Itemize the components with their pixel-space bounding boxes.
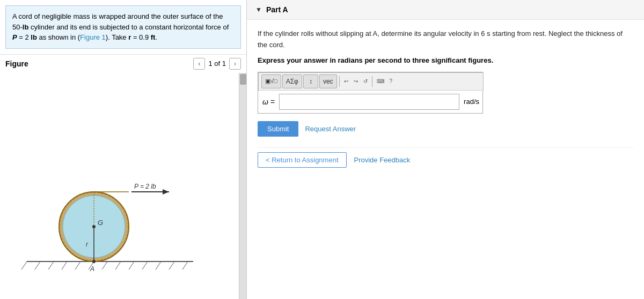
right-panel: ▼ Part A If the cylinder rolls without s… bbox=[247, 0, 644, 299]
figure-svg: G r P = 2 lb A bbox=[11, 176, 204, 283]
request-answer-link[interactable]: Request Answer bbox=[305, 125, 356, 133]
math-input-row: ω = rad/s bbox=[258, 90, 484, 113]
svg-line-9 bbox=[129, 261, 134, 270]
svg-text:A: A bbox=[90, 265, 94, 273]
problem-text-7: . bbox=[155, 33, 157, 41]
svg-line-2 bbox=[35, 261, 40, 270]
figure-scroll-thumb[interactable] bbox=[240, 74, 246, 85]
bottom-nav: < Return to Assignment Provide Feedback bbox=[258, 147, 633, 168]
svg-line-4 bbox=[62, 261, 67, 270]
svg-line-5 bbox=[75, 261, 80, 270]
return-to-assignment-button[interactable]: < Return to Assignment bbox=[258, 152, 347, 168]
toolbar-separator-2 bbox=[372, 76, 372, 87]
figure-nav: ‹ 1 of 1 › bbox=[193, 58, 241, 70]
svg-marker-22 bbox=[163, 189, 169, 195]
redo-icon[interactable]: ↪ bbox=[352, 77, 360, 85]
vec-label: vec bbox=[323, 78, 333, 85]
refresh-icon[interactable]: ↺ bbox=[361, 77, 370, 85]
resize-button[interactable]: ↕ bbox=[303, 74, 318, 88]
resize-icon: ↕ bbox=[309, 78, 312, 85]
problem-text-3: = 2 bbox=[17, 33, 31, 41]
svg-line-11 bbox=[156, 261, 161, 270]
figure-with-scroll: G r P = 2 lb A bbox=[0, 73, 246, 300]
provide-feedback-link[interactable]: Provide Feedback bbox=[354, 156, 411, 164]
svg-line-8 bbox=[115, 261, 121, 270]
math-toolbar: ▣√□ ΑΣφ ↕ vec ↩ ↪ ↺ ⌨ ? bbox=[258, 72, 484, 90]
submit-button[interactable]: Submit bbox=[258, 121, 298, 137]
part-triangle-icon: ▼ bbox=[255, 6, 262, 13]
omega-label: ω = bbox=[262, 98, 275, 106]
svg-line-10 bbox=[142, 261, 148, 270]
figure-next-button[interactable]: › bbox=[229, 58, 241, 70]
figure-area: Figure ‹ 1 of 1 › bbox=[0, 54, 246, 300]
svg-line-1 bbox=[21, 261, 27, 270]
problem-text-2: cylinder and its end is subjected to a c… bbox=[28, 23, 229, 31]
toolbar-separator bbox=[339, 76, 340, 87]
problem-bold-2: P bbox=[12, 33, 17, 41]
svg-line-12 bbox=[169, 261, 174, 270]
problem-text-6: = 0.9 bbox=[131, 33, 151, 41]
svg-line-7 bbox=[102, 261, 107, 270]
svg-line-3 bbox=[48, 261, 54, 270]
alpha-sigma-icon: ΑΣφ bbox=[286, 78, 298, 85]
figure-canvas: G r P = 2 lb A bbox=[0, 73, 239, 300]
part-header: ▼ Part A bbox=[247, 0, 644, 20]
figure-prev-button[interactable]: ‹ bbox=[193, 58, 205, 70]
figure-label: Figure bbox=[5, 59, 28, 68]
svg-text:G: G bbox=[98, 219, 103, 227]
problem-text-4: as shown in ( bbox=[37, 33, 80, 41]
fraction-sqrt-button[interactable]: ▣√□ bbox=[261, 74, 281, 88]
svg-point-26 bbox=[92, 260, 96, 263]
question-text: If the cylinder rolls without slipping a… bbox=[258, 28, 633, 51]
problem-body: If the cylinder rolls without slipping a… bbox=[247, 20, 644, 176]
figure-header: Figure ‹ 1 of 1 › bbox=[0, 54, 246, 73]
unit-label: rad/s bbox=[464, 98, 479, 106]
svg-text:P = 2 lb: P = 2 lb bbox=[134, 183, 156, 190]
left-panel: A cord of negligible mass is wrapped aro… bbox=[0, 0, 247, 299]
figure-link[interactable]: Figure 1 bbox=[80, 33, 106, 41]
problem-bold-3: lb bbox=[31, 33, 37, 41]
express-text: Express your answer in radians per secon… bbox=[258, 56, 633, 64]
action-row: Submit Request Answer bbox=[258, 121, 633, 137]
svg-line-13 bbox=[182, 261, 188, 270]
answer-wrapper: ▣√□ ΑΣφ ↕ vec ↩ ↪ ↺ ⌨ ? bbox=[258, 72, 483, 114]
vec-button[interactable]: vec bbox=[319, 74, 337, 88]
answer-input[interactable] bbox=[279, 94, 459, 110]
problem-bold-1: lb bbox=[23, 23, 29, 31]
keyboard-icon[interactable]: ⌨ bbox=[375, 77, 386, 85]
problem-text-5: ). Take bbox=[106, 33, 128, 41]
page-indicator: 1 of 1 bbox=[208, 59, 226, 68]
undo-icon[interactable]: ↩ bbox=[342, 77, 350, 85]
problem-statement: A cord of negligible mass is wrapped aro… bbox=[5, 5, 241, 49]
fraction-sqrt-icon: ▣√□ bbox=[265, 78, 277, 85]
alpha-sigma-button[interactable]: ΑΣφ bbox=[282, 74, 302, 88]
help-icon[interactable]: ? bbox=[387, 77, 395, 85]
figure-scrollbar[interactable] bbox=[239, 73, 246, 300]
part-title: Part A bbox=[266, 5, 288, 14]
